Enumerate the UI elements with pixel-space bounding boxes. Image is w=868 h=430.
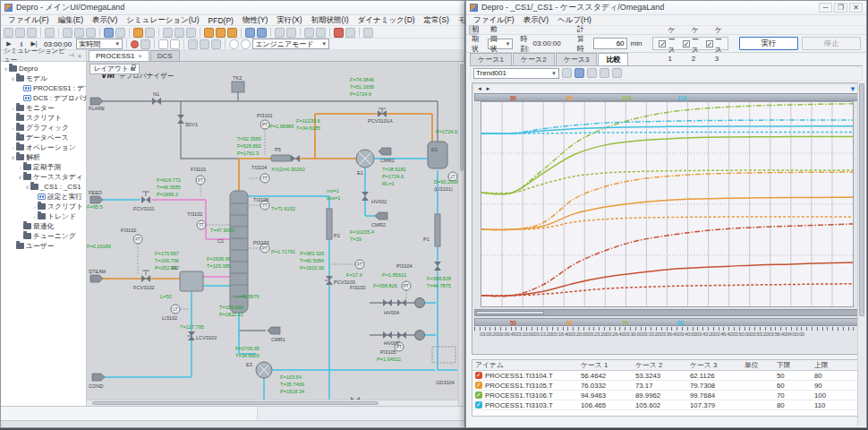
pin-icon[interactable]: ⊣ xyxy=(67,52,76,59)
pen-settings-icon[interactable] xyxy=(562,68,572,78)
tab-ケース1[interactable]: ケース1 xyxy=(470,53,512,65)
checkbox-icon[interactable]: ✓ xyxy=(659,40,666,47)
tree-item-ケーススタディ[interactable]: ∨ケーススタディ xyxy=(1,172,86,182)
menu-物性[interactable]: 物性(Y) xyxy=(238,15,272,26)
clock-icon[interactable] xyxy=(140,39,150,49)
reboiler-re[interactable] xyxy=(180,271,203,291)
tab-ケース3[interactable]: ケース3 xyxy=(556,53,598,65)
instruments[interactable]: FTFTTT TTTTPT PTFTPT PTLTLT xyxy=(133,120,457,351)
engineer-mode-select[interactable]: エンジニアモード▼ xyxy=(252,39,329,49)
checkbox-icon[interactable]: ✓ xyxy=(706,40,713,47)
snapshot-1-icon[interactable] xyxy=(188,39,198,49)
snapshot-3-icon[interactable] xyxy=(211,39,221,49)
hi-mode-icon[interactable] xyxy=(145,28,155,38)
book-icon[interactable] xyxy=(304,28,314,38)
flag-1-icon[interactable] xyxy=(204,28,214,38)
chart-navstrip[interactable]: ◄ ► ▼ xyxy=(474,85,859,93)
marker-icon[interactable] xyxy=(587,68,597,78)
menu-定常[interactable]: 定常(S) xyxy=(420,15,454,26)
pen-icon[interactable] xyxy=(133,28,143,38)
pfd-diagram[interactable]: FTFTTT TTTTPT PTFTPT PTLTLT VM デプロパナイザー … xyxy=(87,62,459,406)
tank-tk2[interactable] xyxy=(232,82,244,92)
close-button[interactable]: ✕ xyxy=(849,3,863,13)
pfd-view-icon[interactable] xyxy=(104,28,114,38)
tree-item-最適化[interactable]: 最適化 xyxy=(1,221,86,231)
paste-icon[interactable] xyxy=(86,28,96,38)
snapshot-2-icon[interactable] xyxy=(200,39,209,49)
maximize-button[interactable]: ❐ xyxy=(834,3,847,13)
tag-icon[interactable] xyxy=(245,28,255,38)
search-icon[interactable] xyxy=(316,28,326,38)
close-panel-icon[interactable]: × xyxy=(76,53,83,59)
tree-item-モニター[interactable]: ›モニター xyxy=(1,103,86,113)
pump-g1a[interactable] xyxy=(415,298,425,308)
tab-ケース2[interactable]: ケース2 xyxy=(513,53,555,65)
record-icon[interactable] xyxy=(131,40,139,48)
tree-item-データベース[interactable]: データベース xyxy=(1,133,86,142)
table-row[interactable]: ✓PROCESS1.TI3105.T76.033273.1779.7308609… xyxy=(472,381,861,391)
tree-item-グラフィック[interactable]: ›グラフィック xyxy=(1,123,86,133)
drum-d1[interactable] xyxy=(428,142,447,168)
tree-item-ユーザー[interactable]: ユーザー xyxy=(1,241,86,251)
save-view-icon[interactable] xyxy=(115,28,125,38)
menu-初期状態[interactable]: 初期状態(I) xyxy=(307,15,353,26)
tree-item-定期予測[interactable]: ›定期予測 xyxy=(1,162,86,172)
pump-g1b[interactable] xyxy=(415,331,425,340)
run-button[interactable]: 実行 xyxy=(739,37,798,50)
pfd-vscrollbar[interactable] xyxy=(458,62,464,406)
menu-編集[interactable]: 編集(E) xyxy=(54,15,88,26)
case-study-titlebar[interactable]: Depro - _CS1/_CS1 - ケーススタディ/OmegaLand ─ … xyxy=(466,1,866,15)
table-row[interactable]: ✓PROCESS1.TI3104.T56.464253.324362.11265… xyxy=(472,371,861,381)
reset-icon[interactable] xyxy=(241,39,251,49)
tree-item-解析[interactable]: ∨解析 xyxy=(1,152,86,162)
item-checkbox[interactable]: ✓ xyxy=(475,401,482,408)
tree-item-モデル[interactable]: ∨モデル xyxy=(1,73,86,83)
item-checkbox[interactable]: ✓ xyxy=(475,372,482,379)
window-vscrollbar[interactable] xyxy=(857,82,865,426)
link-icon[interactable] xyxy=(345,28,355,38)
menu-PFD[interactable]: PFD(P) xyxy=(204,16,238,25)
table-row[interactable]: ✓PROCESS1.TI3106.T94.946389.996299.76847… xyxy=(472,391,861,400)
scroll-arrows[interactable]: ◄ ► xyxy=(477,86,492,91)
print-icon[interactable] xyxy=(45,28,55,38)
open-icon[interactable] xyxy=(15,28,25,38)
event-icon[interactable] xyxy=(158,39,168,49)
pfd-canvas[interactable]: レイアウト xyxy=(87,62,464,406)
tab-dcs[interactable]: DCS xyxy=(150,50,180,61)
tree-item-Depro[interactable]: ∨Depro xyxy=(1,64,86,73)
tab-比較[interactable]: 比較 xyxy=(598,53,628,65)
pump-p2[interactable] xyxy=(327,209,332,239)
flag-2-icon[interactable] xyxy=(216,28,226,38)
item-checkbox[interactable]: ✓ xyxy=(475,391,482,399)
tree-item-_CS1:_CS1[interactable]: ∨_CS1 : _CS1 xyxy=(1,182,86,192)
layout-button[interactable]: レイアウト xyxy=(89,64,140,74)
monitor-icon[interactable] xyxy=(257,28,267,38)
grid-toggle-icon[interactable] xyxy=(574,68,584,78)
minimize-button[interactable]: ─ xyxy=(819,3,832,13)
globe-icon[interactable] xyxy=(363,28,373,38)
item-checkbox[interactable]: ✓ xyxy=(475,382,482,389)
table-row[interactable]: ✓PROCESS1.TI3103.T106.465105.602107.3798… xyxy=(472,400,861,410)
tab-process1[interactable]: PROCESS1× xyxy=(89,50,149,61)
menu-ヘルプ[interactable]: ヘルプ(H) xyxy=(553,15,596,26)
redo-icon[interactable] xyxy=(174,28,184,38)
tree-item-DCS:デプロパナイザー[interactable]: DCS : デプロパナイザー xyxy=(1,93,86,103)
tree-item-設定と実行[interactable]: 設定と実行 xyxy=(1,192,86,202)
cursor-icon[interactable] xyxy=(600,68,609,78)
window-close-icon[interactable] xyxy=(334,28,344,38)
power-icon[interactable] xyxy=(229,39,239,49)
trend-plot[interactable] xyxy=(481,101,854,307)
tree-item-チューニング[interactable]: チューニング xyxy=(1,231,86,241)
chart-hscrollbar[interactable] xyxy=(474,309,859,316)
duration-input[interactable] xyxy=(593,38,627,49)
tab-close-icon[interactable]: × xyxy=(139,53,142,59)
label-icon[interactable] xyxy=(286,28,296,38)
menu-表示[interactable]: 表示(V) xyxy=(88,15,122,26)
stop-button[interactable]: 停止 xyxy=(802,37,861,50)
tree-item-スクリプト[interactable]: ›スクリプト xyxy=(1,202,86,211)
history-icon[interactable] xyxy=(186,28,196,38)
cut-icon[interactable] xyxy=(63,28,72,38)
init-state-select[interactable]: 前回状態▼ xyxy=(488,39,514,49)
menu-実行[interactable]: 実行(X) xyxy=(272,15,306,26)
copy-chart-icon[interactable] xyxy=(612,68,622,78)
